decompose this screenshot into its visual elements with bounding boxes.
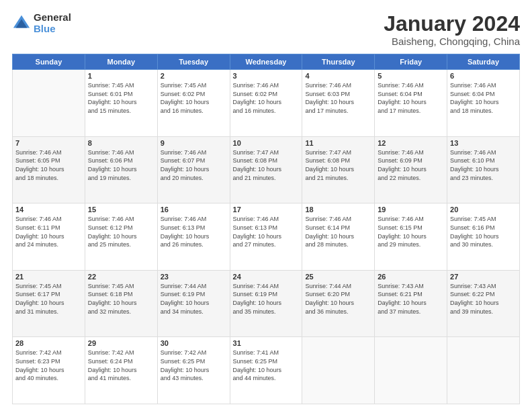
- day-number: 7: [15, 139, 82, 147]
- calendar-cell: 15Sunrise: 7:46 AM Sunset: 6:12 PM Dayli…: [85, 203, 157, 271]
- calendar-week-3: 14Sunrise: 7:46 AM Sunset: 6:11 PM Dayli…: [13, 203, 520, 271]
- day-info: Sunrise: 7:46 AM Sunset: 6:09 PM Dayligh…: [378, 148, 444, 182]
- calendar-cell: 4Sunrise: 7:46 AM Sunset: 6:03 PM Daylig…: [302, 70, 375, 137]
- day-info: Sunrise: 7:46 AM Sunset: 6:13 PM Dayligh…: [233, 215, 300, 248]
- day-info: Sunrise: 7:45 AM Sunset: 6:02 PM Dayligh…: [161, 81, 227, 115]
- day-number: 23: [161, 273, 227, 281]
- header: General Blue January 2024 Baisheng, Chon…: [12, 12, 520, 47]
- calendar-header-sunday: Sunday: [13, 54, 85, 70]
- day-info: Sunrise: 7:46 AM Sunset: 6:07 PM Dayligh…: [161, 148, 227, 182]
- calendar-cell: 14Sunrise: 7:46 AM Sunset: 6:11 PM Dayli…: [13, 203, 85, 271]
- day-info: Sunrise: 7:47 AM Sunset: 6:08 PM Dayligh…: [233, 148, 300, 182]
- calendar-cell: 5Sunrise: 7:46 AM Sunset: 6:04 PM Daylig…: [375, 70, 447, 137]
- calendar-cell: 25Sunrise: 7:44 AM Sunset: 6:20 PM Dayli…: [302, 270, 375, 337]
- day-number: 19: [378, 205, 444, 214]
- calendar-cell: 19Sunrise: 7:46 AM Sunset: 6:15 PM Dayli…: [375, 203, 447, 271]
- day-number: 13: [450, 139, 517, 147]
- day-info: Sunrise: 7:46 AM Sunset: 6:15 PM Dayligh…: [378, 215, 444, 248]
- day-number: 22: [88, 273, 154, 281]
- day-number: 4: [305, 72, 371, 80]
- calendar-cell: [447, 337, 520, 404]
- day-number: 11: [305, 139, 371, 147]
- day-info: Sunrise: 7:45 AM Sunset: 6:16 PM Dayligh…: [450, 215, 517, 248]
- calendar-cell: 28Sunrise: 7:42 AM Sunset: 6:23 PM Dayli…: [13, 337, 85, 404]
- day-number: 3: [233, 72, 300, 80]
- calendar-week-1: 1Sunrise: 7:45 AM Sunset: 6:01 PM Daylig…: [13, 70, 520, 137]
- day-number: 20: [450, 205, 517, 214]
- calendar-cell: 27Sunrise: 7:43 AM Sunset: 6:22 PM Dayli…: [447, 270, 520, 337]
- day-number: 8: [88, 139, 154, 147]
- calendar-cell: 20Sunrise: 7:45 AM Sunset: 6:16 PM Dayli…: [447, 203, 520, 271]
- day-info: Sunrise: 7:46 AM Sunset: 6:03 PM Dayligh…: [305, 81, 371, 115]
- day-number: 9: [161, 139, 227, 147]
- calendar-header-friday: Friday: [375, 54, 447, 70]
- calendar-header-saturday: Saturday: [447, 54, 520, 70]
- day-info: Sunrise: 7:44 AM Sunset: 6:19 PM Dayligh…: [233, 282, 300, 316]
- calendar-week-4: 21Sunrise: 7:45 AM Sunset: 6:17 PM Dayli…: [13, 270, 520, 337]
- day-info: Sunrise: 7:46 AM Sunset: 6:12 PM Dayligh…: [88, 215, 154, 248]
- calendar-cell: 21Sunrise: 7:45 AM Sunset: 6:17 PM Dayli…: [13, 270, 85, 337]
- day-info: Sunrise: 7:45 AM Sunset: 6:17 PM Dayligh…: [15, 282, 82, 316]
- day-number: 17: [233, 205, 300, 214]
- day-info: Sunrise: 7:43 AM Sunset: 6:22 PM Dayligh…: [450, 282, 517, 316]
- calendar-cell: 10Sunrise: 7:47 AM Sunset: 6:08 PM Dayli…: [230, 136, 302, 203]
- logo: General Blue: [12, 12, 71, 34]
- day-info: Sunrise: 7:46 AM Sunset: 6:14 PM Dayligh…: [305, 215, 371, 248]
- calendar-cell: 2Sunrise: 7:45 AM Sunset: 6:02 PM Daylig…: [157, 70, 230, 137]
- day-info: Sunrise: 7:45 AM Sunset: 6:18 PM Dayligh…: [88, 282, 154, 316]
- day-info: Sunrise: 7:45 AM Sunset: 6:01 PM Dayligh…: [88, 81, 154, 115]
- calendar-cell: 30Sunrise: 7:42 AM Sunset: 6:25 PM Dayli…: [157, 337, 230, 404]
- day-number: 24: [233, 273, 300, 281]
- day-info: Sunrise: 7:46 AM Sunset: 6:06 PM Dayligh…: [88, 148, 154, 182]
- logo-blue-text: Blue: [34, 24, 71, 35]
- logo-text: General Blue: [34, 12, 71, 34]
- day-number: 16: [161, 205, 227, 214]
- day-info: Sunrise: 7:44 AM Sunset: 6:19 PM Dayligh…: [161, 282, 227, 316]
- calendar-cell: 9Sunrise: 7:46 AM Sunset: 6:07 PM Daylig…: [157, 136, 230, 203]
- calendar-cell: [302, 337, 375, 404]
- calendar-table: SundayMondayTuesdayWednesdayThursdayFrid…: [12, 54, 520, 404]
- day-info: Sunrise: 7:43 AM Sunset: 6:21 PM Dayligh…: [378, 282, 444, 316]
- day-info: Sunrise: 7:44 AM Sunset: 6:20 PM Dayligh…: [305, 282, 371, 316]
- calendar-cell: 11Sunrise: 7:47 AM Sunset: 6:08 PM Dayli…: [302, 136, 375, 203]
- calendar-cell: 24Sunrise: 7:44 AM Sunset: 6:19 PM Dayli…: [230, 270, 302, 337]
- calendar-cell: 16Sunrise: 7:46 AM Sunset: 6:13 PM Dayli…: [157, 203, 230, 271]
- page: General Blue January 2024 Baisheng, Chon…: [0, 0, 532, 411]
- day-info: Sunrise: 7:46 AM Sunset: 6:04 PM Dayligh…: [450, 81, 517, 115]
- day-info: Sunrise: 7:42 AM Sunset: 6:24 PM Dayligh…: [88, 349, 154, 382]
- calendar-week-2: 7Sunrise: 7:46 AM Sunset: 6:05 PM Daylig…: [13, 136, 520, 203]
- calendar-cell: 6Sunrise: 7:46 AM Sunset: 6:04 PM Daylig…: [447, 70, 520, 137]
- calendar-cell: 13Sunrise: 7:46 AM Sunset: 6:10 PM Dayli…: [447, 136, 520, 203]
- title-block: January 2024 Baisheng, Chongqing, China: [384, 12, 520, 47]
- calendar-cell: 17Sunrise: 7:46 AM Sunset: 6:13 PM Dayli…: [230, 203, 302, 271]
- calendar-cell: 7Sunrise: 7:46 AM Sunset: 6:05 PM Daylig…: [13, 136, 85, 203]
- day-number: 6: [450, 72, 517, 80]
- calendar-cell: 29Sunrise: 7:42 AM Sunset: 6:24 PM Dayli…: [85, 337, 157, 404]
- day-number: 28: [15, 339, 82, 347]
- day-number: 14: [15, 205, 82, 214]
- day-info: Sunrise: 7:46 AM Sunset: 6:04 PM Dayligh…: [378, 81, 444, 115]
- calendar-header-thursday: Thursday: [302, 54, 375, 70]
- day-number: 27: [450, 273, 517, 281]
- calendar-header-wednesday: Wednesday: [230, 54, 302, 70]
- day-number: 18: [305, 205, 371, 214]
- calendar-header-monday: Monday: [85, 54, 157, 70]
- day-info: Sunrise: 7:42 AM Sunset: 6:23 PM Dayligh…: [15, 349, 82, 382]
- day-info: Sunrise: 7:41 AM Sunset: 6:25 PM Dayligh…: [233, 349, 300, 382]
- day-number: 1: [88, 72, 154, 80]
- calendar-cell: 22Sunrise: 7:45 AM Sunset: 6:18 PM Dayli…: [85, 270, 157, 337]
- day-info: Sunrise: 7:42 AM Sunset: 6:25 PM Dayligh…: [161, 349, 227, 382]
- day-info: Sunrise: 7:46 AM Sunset: 6:13 PM Dayligh…: [161, 215, 227, 248]
- logo-icon: [12, 14, 31, 33]
- logo-general-text: General: [34, 12, 71, 24]
- day-number: 31: [233, 339, 300, 347]
- day-info: Sunrise: 7:46 AM Sunset: 6:11 PM Dayligh…: [15, 215, 82, 248]
- day-number: 25: [305, 273, 371, 281]
- day-number: 26: [378, 273, 444, 281]
- calendar-cell: 3Sunrise: 7:46 AM Sunset: 6:02 PM Daylig…: [230, 70, 302, 137]
- calendar-cell: 18Sunrise: 7:46 AM Sunset: 6:14 PM Dayli…: [302, 203, 375, 271]
- day-number: 30: [161, 339, 227, 347]
- location: Baisheng, Chongqing, China: [384, 36, 520, 47]
- day-number: 15: [88, 205, 154, 214]
- calendar-cell: 26Sunrise: 7:43 AM Sunset: 6:21 PM Dayli…: [375, 270, 447, 337]
